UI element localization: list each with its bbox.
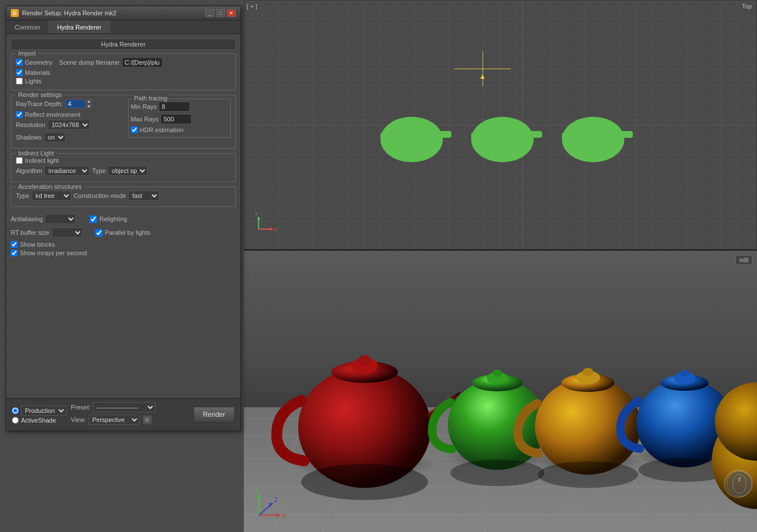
- view-icon: ⊞: [145, 417, 149, 423]
- render-button[interactable]: Render: [193, 407, 235, 423]
- svg-point-50: [535, 378, 641, 475]
- max-rays-input[interactable]: [160, 114, 192, 124]
- hdr-label: HDR estimation: [140, 126, 184, 133]
- geometry-label: Geometry: [25, 59, 52, 66]
- svg-text:Y: Y: [255, 212, 258, 217]
- type-il-label: Type: [92, 167, 105, 174]
- type-accel-label: Type: [16, 192, 29, 199]
- render-settings-label: Render settings: [16, 91, 64, 98]
- lights-label: Lights: [25, 78, 41, 85]
- raytrace-label: RayTrace Depth:: [16, 100, 63, 107]
- tab-common[interactable]: Common: [6, 20, 49, 33]
- preset-select[interactable]: --------------------: [93, 402, 155, 412]
- show-mrays-label: Show mrays per second: [20, 250, 87, 256]
- accel-group-label: Acceleration structures: [16, 183, 84, 190]
- show-blocks-checkbox[interactable]: [11, 241, 18, 248]
- svg-point-17: [583, 117, 603, 128]
- indirect-light-row: Indirect light: [16, 157, 231, 164]
- algorithm-label: Algorithm: [16, 167, 42, 174]
- viewport-bottom[interactable]: [ + ] [ Perspective ] [ Smooth + Highlig…: [244, 250, 757, 532]
- construction-label: Construction mode: [74, 192, 126, 199]
- resolution-select[interactable]: 1024x768: [48, 120, 90, 130]
- scene-dump-input[interactable]: [122, 57, 163, 67]
- min-rays-input[interactable]: [159, 102, 190, 112]
- dialog-title-text: Render Setup: Hydra Render mk2: [22, 10, 116, 16]
- rendered-teapots-svg: X Y Z: [244, 251, 757, 532]
- section-header: Hydra Renderer: [11, 39, 236, 50]
- reflect-env-label: Reflect environment: [25, 111, 81, 118]
- close-button[interactable]: ✕: [227, 9, 236, 17]
- restore-button[interactable]: □: [216, 9, 225, 17]
- svg-rect-15: [619, 131, 633, 138]
- type-il-select[interactable]: object sp.: [108, 166, 147, 176]
- parallel-checkbox[interactable]: [95, 229, 103, 237]
- svg-rect-74: [738, 477, 741, 482]
- scroll-indicator[interactable]: [724, 470, 752, 498]
- svg-point-7: [401, 117, 422, 128]
- shadows-label: Shadows: [16, 134, 41, 141]
- hdr-checkbox[interactable]: [131, 126, 138, 133]
- resolution-row: Resolution 1024x768: [16, 120, 119, 130]
- geometry-row: Geometry Scene dump filename: [16, 57, 231, 67]
- raytrace-row: RayTrace Depth: ▲ ▼: [16, 99, 119, 109]
- view-row: View: Perspective ⊞: [71, 415, 189, 425]
- min-rays-label: Min Rays: [131, 103, 157, 110]
- show-mrays-row: Show mrays per second: [11, 250, 236, 256]
- rendered-scene: X Y Z edit: [244, 251, 757, 532]
- lights-checkbox[interactable]: [16, 78, 23, 85]
- viewport-top-corner[interactable]: [ + ]: [247, 3, 257, 10]
- indirect-light-checkbox[interactable]: [16, 157, 23, 164]
- svg-point-54: [538, 462, 638, 488]
- rt-buffer-label: RT buffer size: [11, 229, 49, 236]
- geometry-checkbox[interactable]: [16, 59, 23, 66]
- show-mrays-checkbox[interactable]: [11, 250, 18, 256]
- raytrace-up[interactable]: ▲: [85, 99, 93, 104]
- production-select[interactable]: Production: [21, 406, 66, 416]
- parallel-label: Parallel by lights: [105, 229, 150, 236]
- shadows-select[interactable]: on: [44, 132, 66, 142]
- view-label: View:: [71, 416, 86, 423]
- raytrace-down[interactable]: ▼: [85, 104, 93, 109]
- tabs-bar: Common Hydra Renderer: [6, 20, 240, 34]
- relighting-checkbox[interactable]: [90, 216, 97, 223]
- render-setup-dialog: G Render Setup: Hydra Render mk2 _ □ ✕ C…: [6, 6, 241, 431]
- spacer: Preset: -------------------- View: Persp…: [71, 402, 189, 427]
- dialog-icon: G: [11, 9, 19, 17]
- type-accel-row: Type kd tree Construction mode fast: [16, 191, 231, 201]
- reflect-env-checkbox[interactable]: [16, 111, 23, 118]
- raytrace-input[interactable]: [65, 99, 85, 108]
- svg-point-59: [680, 370, 690, 377]
- minimize-button[interactable]: _: [205, 9, 214, 17]
- viewport-top[interactable]: Top [ + ] X Y: [244, 0, 757, 250]
- svg-marker-22: [257, 217, 260, 219]
- render-left-col: RayTrace Depth: ▲ ▼ Reflect environment: [16, 99, 119, 145]
- panel-content: Hydra Renderer Import Geometry Scene dum…: [6, 34, 240, 407]
- construction-select[interactable]: fast: [128, 191, 159, 201]
- edit-button[interactable]: edit: [735, 255, 752, 265]
- materials-label: Materials: [25, 69, 50, 76]
- antialiasing-select[interactable]: [45, 214, 76, 224]
- type-accel-select[interactable]: kd tree: [32, 191, 71, 201]
- shadows-row: Shadows on: [16, 132, 119, 142]
- rt-buffer-select[interactable]: [52, 227, 83, 238]
- view-select[interactable]: Perspective: [88, 415, 139, 425]
- activeshade-label: ActiveShade: [21, 417, 56, 424]
- svg-rect-10: [528, 131, 542, 138]
- materials-checkbox[interactable]: [16, 69, 23, 76]
- svg-point-41: [358, 355, 370, 365]
- production-radio[interactable]: [12, 407, 19, 414]
- algorithm-row: Algorithm irradiance Type object sp.: [16, 166, 231, 176]
- preset-row: Preset: --------------------: [71, 402, 189, 412]
- hdr-row: HDR estimation: [131, 126, 229, 133]
- render-settings-group: Render settings RayTrace Depth: ▲ ▼: [11, 95, 236, 149]
- path-tracing-label: Path tracing: [132, 95, 170, 102]
- tab-hydra-renderer[interactable]: Hydra Renderer: [49, 20, 110, 33]
- accel-group: Acceleration structures Type kd tree Con…: [11, 187, 236, 207]
- materials-row: Materials: [16, 69, 231, 76]
- view-icon-btn[interactable]: ⊞: [143, 415, 152, 424]
- raytrace-spinner: ▲ ▼: [65, 99, 93, 109]
- algorithm-select[interactable]: irradiance: [44, 166, 90, 176]
- activeshade-radio[interactable]: [12, 417, 19, 424]
- activeshade-row: ActiveShade: [12, 417, 66, 424]
- antialiasing-label: Antialiasing: [11, 216, 43, 222]
